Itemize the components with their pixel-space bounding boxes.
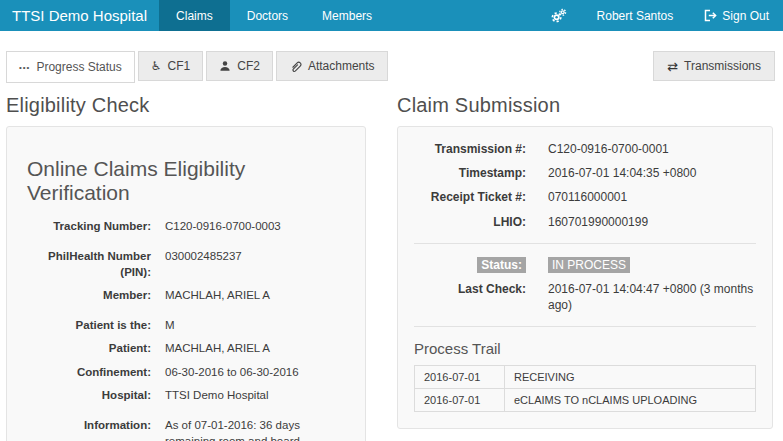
field-transmission-number: Transmission #: C120-0916-0700-0001 xyxy=(414,141,756,157)
tab-progress-status-label: Progress Status xyxy=(36,60,121,74)
field-philhealth-pin: PhilHealth Number (PIN): 030002485237 xyxy=(27,248,345,280)
eclaims-page: TTSI Demo Hospital Claims Doctors Member… xyxy=(0,0,783,441)
exchange-icon: ⇄ xyxy=(667,59,678,74)
claim-column: Claim Submission Transmission #: C120-09… xyxy=(397,83,773,429)
table-row: 2016-07-01 eCLAIMS TO nCLAIMS UPLOADING xyxy=(415,389,756,412)
field-lhio: LHIO: 160701990000199 xyxy=(414,214,756,230)
status-label: Status: xyxy=(414,257,526,273)
field-label: Timestamp: xyxy=(414,165,526,181)
transmissions-label: Transmissions xyxy=(684,59,761,73)
field-patient-is-the: Patient is the: M xyxy=(27,317,345,333)
field-value: M xyxy=(165,317,345,333)
wheelchair-icon: ♿ xyxy=(151,59,162,73)
user-icon xyxy=(219,60,231,72)
field-last-check: Last Check: 2016-07-01 14:04:47 +0800 (3… xyxy=(414,281,756,313)
tab-progress-status[interactable]: ••• Progress Status xyxy=(6,51,135,83)
field-label: Receipt Ticket #: xyxy=(414,189,526,205)
nav-item-doctors[interactable]: Doctors xyxy=(230,0,305,31)
transmissions-button[interactable]: ⇄ Transmissions xyxy=(653,51,775,81)
field-timestamp: Timestamp: 2016-07-01 14:04:35 +0800 xyxy=(414,165,756,181)
eligibility-section-title: Eligibility Check xyxy=(6,94,366,117)
field-value: 2016-07-01 14:04:47 +0800 (3 months ago) xyxy=(548,281,756,313)
claim-panel: Transmission #: C120-0916-0700-0001 Time… xyxy=(397,126,773,429)
field-value: 030002485237 xyxy=(165,248,345,264)
field-label: Last Check: xyxy=(414,281,526,297)
field-label: Member: xyxy=(27,287,151,303)
trail-event: eCLAIMS TO nCLAIMS UPLOADING xyxy=(505,389,756,412)
tab-attachments-label: Attachments xyxy=(308,59,375,73)
trail-date: 2016-07-01 xyxy=(415,366,505,389)
field-value: C120-0916-0700-0003 xyxy=(165,218,345,234)
field-label: LHIO: xyxy=(414,214,526,230)
navbar-right: Robert Santos Sign Out xyxy=(536,0,783,31)
field-value: 06-30-2016 to 06-30-2016 xyxy=(165,364,345,380)
ellipsis-icon: ••• xyxy=(19,63,30,72)
field-value: 2016-07-01 14:04:35 +0800 xyxy=(548,165,756,181)
field-member: Member: MACHLAH, ARIEL A xyxy=(27,287,345,303)
field-value: MACHLAH, ARIEL A xyxy=(165,340,345,356)
top-navbar: TTSI Demo Hospital Claims Doctors Member… xyxy=(0,0,783,31)
field-label: Hospital: xyxy=(27,387,151,403)
field-value: 070116000001 xyxy=(548,189,756,205)
field-label: Patient: xyxy=(27,340,151,356)
field-confinement: Confinement: 06-30-2016 to 06-30-2016 xyxy=(27,364,345,380)
divider xyxy=(414,243,756,244)
claim-section-title: Claim Submission xyxy=(397,94,773,117)
field-information: Information: As of 07-01-2016: 36 days r… xyxy=(27,417,345,441)
process-trail-table: 2016-07-01 RECEIVING 2016-07-01 eCLAIMS … xyxy=(414,365,756,412)
field-tracking-number: Tracking Number: C120-0916-0700-0003 xyxy=(27,218,345,234)
user-menu[interactable]: Robert Santos xyxy=(581,0,690,31)
tab-cf1[interactable]: ♿ CF1 xyxy=(138,51,203,81)
status-badge: IN PROCESS xyxy=(548,257,756,273)
field-value: 160701990000199 xyxy=(548,214,756,230)
paperclip-icon xyxy=(289,60,302,73)
process-trail-title: Process Trail xyxy=(414,340,756,357)
field-receipt-ticket: Receipt Ticket #: 070116000001 xyxy=(414,189,756,205)
field-label: Tracking Number: xyxy=(27,218,151,234)
field-patient: Patient: MACHLAH, ARIEL A xyxy=(27,340,345,356)
cogs-icon xyxy=(550,8,567,23)
trail-date: 2016-07-01 xyxy=(415,389,505,412)
tab-cf2-label: CF2 xyxy=(237,59,260,73)
tab-attachments[interactable]: Attachments xyxy=(276,51,388,81)
field-value: TTSI Demo Hospital xyxy=(165,387,345,403)
field-value: C120-0916-0700-0001 xyxy=(548,141,756,157)
sign-out-icon xyxy=(703,9,717,22)
nav-item-claims[interactable]: Claims xyxy=(159,0,230,31)
field-label: Information: xyxy=(27,417,151,433)
claim-tabs: ••• Progress Status ♿ CF1 CF2 Attachment… xyxy=(6,51,775,83)
main-content: Eligibility Check Online Claims Eligibil… xyxy=(6,83,773,441)
field-label: Confinement: xyxy=(27,364,151,380)
settings-button[interactable] xyxy=(536,0,581,31)
field-value: MACHLAH, ARIEL A xyxy=(165,287,345,303)
trail-event: RECEIVING xyxy=(505,366,756,389)
eligibility-panel: Online Claims Eligibility Verification T… xyxy=(6,126,366,441)
table-row: 2016-07-01 RECEIVING xyxy=(415,366,756,389)
sign-out-label: Sign Out xyxy=(722,9,769,23)
eligibility-column: Eligibility Check Online Claims Eligibil… xyxy=(6,83,366,441)
tab-cf1-label: CF1 xyxy=(168,59,191,73)
sign-out-button[interactable]: Sign Out xyxy=(689,0,783,31)
brand-title[interactable]: TTSI Demo Hospital xyxy=(0,0,159,31)
field-label: Transmission #: xyxy=(414,141,526,157)
field-status: Status: IN PROCESS xyxy=(414,257,756,273)
field-hospital: Hospital: TTSI Demo Hospital xyxy=(27,387,345,403)
field-label: Patient is the: xyxy=(27,317,151,333)
tab-cf2[interactable]: CF2 xyxy=(206,51,273,81)
divider xyxy=(414,326,756,327)
nav-item-members[interactable]: Members xyxy=(305,0,389,31)
field-value: As of 07-01-2016: 36 days remaining room… xyxy=(165,417,345,441)
field-label: PhilHealth Number (PIN): xyxy=(27,248,151,280)
eligibility-panel-title: Online Claims Eligibility Verification xyxy=(27,157,345,205)
